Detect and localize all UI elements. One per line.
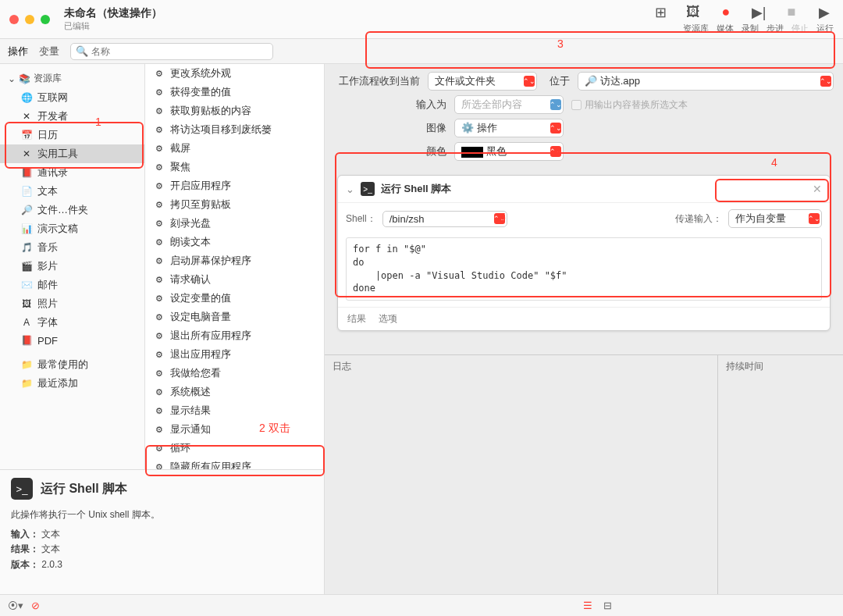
stop-icon[interactable]: ■ — [782, 4, 801, 21]
library-item[interactable]: 🌐互联网 — [0, 88, 144, 107]
action-label: 截屏 — [170, 141, 190, 155]
action-item[interactable]: ⚙显示结果 — [145, 401, 324, 420]
window-controls — [9, 15, 50, 24]
results-tab[interactable]: 结果 — [347, 312, 366, 326]
category-label: 实用工具 — [37, 147, 78, 161]
action-item[interactable]: ⚙开启应用程序 — [145, 176, 324, 195]
input-select[interactable]: 所选全部内容⌃⌄ — [454, 95, 564, 114]
close-button[interactable] — [9, 15, 19, 24]
action-item[interactable]: ⚙启动屏幕保护程序 — [145, 251, 324, 270]
receives-select[interactable]: 文件或文件夹⌃⌄ — [428, 72, 537, 91]
shell-select[interactable]: /bin/zsh⌃⌄ — [382, 211, 507, 227]
action-item[interactable]: ⚙刻录光盘 — [145, 214, 324, 233]
in-select[interactable]: 🔎 访达.app⌃⌄ — [578, 72, 834, 91]
chevron-down-icon: ⌄ — [346, 183, 354, 195]
stop-status-icon[interactable]: ⊘ — [31, 600, 40, 611]
action-item[interactable]: ⚙退出应用程序 — [145, 345, 324, 364]
pass-input-select[interactable]: 作为自变量⌃⌄ — [728, 209, 822, 228]
image-select[interactable]: ⚙️ 操作⌃⌄ — [454, 119, 564, 137]
action-item[interactable]: ⚙请求确认 — [145, 270, 324, 289]
action-label: 获得变量的值 — [170, 85, 231, 99]
library-item[interactable]: ✕开发者 — [0, 107, 144, 126]
media-icon[interactable]: 🖼 — [684, 4, 702, 21]
tab-variables[interactable]: 变量 — [39, 45, 59, 59]
library-header[interactable]: ⌄ 📚 资源库 — [0, 69, 144, 88]
zoom-button[interactable] — [41, 15, 50, 24]
action-item[interactable]: ⚙朗读文本 — [145, 233, 324, 251]
library-item[interactable]: ✕实用工具 — [0, 144, 144, 163]
library-item[interactable]: 📕PDF — [0, 332, 144, 349]
toolbar-right: ⊞ 🖼 ● ▶| ■ ▶ 资源库 媒体 录制 步进 停止 运行 — [651, 4, 834, 34]
category-icon: 🎵 — [20, 241, 33, 254]
replace-checkbox[interactable]: 用输出内容替换所选文本 — [571, 98, 688, 112]
list-view-icon[interactable]: ☰ — [583, 600, 592, 611]
action-icon: ⚙ — [153, 311, 165, 323]
library-item[interactable]: 📕通讯录 — [0, 163, 144, 182]
library-item[interactable]: 📁最近添加 — [0, 374, 144, 393]
action-icon: ⚙ — [153, 386, 165, 398]
action-item[interactable]: ⚙获得变量的值 — [145, 83, 324, 101]
library-item[interactable]: A字体 — [0, 313, 144, 332]
options-tab[interactable]: 选项 — [379, 312, 397, 326]
search-field[interactable]: 🔍 — [70, 43, 273, 60]
category-label: 音乐 — [37, 240, 58, 255]
step-icon[interactable]: ▶| — [749, 4, 768, 21]
action-item[interactable]: ⚙系统概述 — [145, 383, 324, 401]
library-label: 资源库 — [683, 23, 709, 34]
search-input[interactable] — [91, 46, 268, 57]
action-item[interactable]: ⚙退出所有应用程序 — [145, 326, 324, 345]
block-header[interactable]: ⌄ >_ 运行 Shell 脚本 ✕ — [338, 176, 830, 203]
flow-view-icon[interactable]: ⊟ — [603, 600, 612, 611]
library-item[interactable]: ✉️邮件 — [0, 276, 144, 294]
action-label: 更改系统外观 — [170, 66, 231, 80]
action-icon: ⚙ — [153, 123, 165, 136]
library-item[interactable]: 📊演示文稿 — [0, 219, 144, 238]
library-item[interactable]: 📁最常使用的 — [0, 355, 144, 374]
action-item[interactable]: ⚙更改系统外观 — [145, 64, 324, 83]
action-item[interactable]: ⚙拷贝至剪贴板 — [145, 195, 324, 214]
library-item[interactable]: 🎬影片 — [0, 257, 144, 276]
action-label: 设定电脑音量 — [170, 310, 231, 324]
folder-icon: 📁 — [20, 377, 33, 390]
action-item[interactable]: ⚙设定变量的值 — [145, 289, 324, 308]
action-item[interactable]: ⚙截屏 — [145, 139, 324, 158]
desc-body-text: 此操作将执行一个 Unix shell 脚本。 — [11, 507, 313, 522]
action-item[interactable]: ⚙我做给您看 — [145, 364, 324, 383]
run-icon[interactable]: ▶ — [815, 4, 834, 21]
block-title: 运行 Shell 脚本 — [381, 182, 451, 196]
action-icon: ⚙ — [153, 348, 165, 361]
library-item[interactable]: 🔎文件…件夹 — [0, 201, 144, 219]
color-select[interactable]: 黑色⌃⌄ — [454, 142, 564, 161]
color-label: 颜色 — [361, 144, 446, 158]
library-item[interactable]: 🖼照片 — [0, 294, 144, 313]
library-item[interactable]: 📅日历 — [0, 126, 144, 144]
action-icon: ⚙ — [153, 67, 165, 80]
category-icon: ✕ — [20, 148, 33, 160]
action-item[interactable]: ⚙设定电脑音量 — [145, 308, 324, 326]
action-item[interactable]: ⚙聚焦 — [145, 158, 324, 176]
action-item[interactable]: ⚙循环 — [145, 439, 324, 458]
action-icon: ⚙ — [153, 442, 165, 454]
action-label: 退出所有应用程序 — [170, 329, 251, 343]
category-label: 通讯录 — [37, 166, 68, 180]
action-item[interactable]: ⚙将访达项目移到废纸篓 — [145, 120, 324, 139]
block-footer: 结果 选项 — [338, 307, 830, 330]
back-icon[interactable]: ⦿▾ — [8, 600, 23, 611]
stop-label: 停止 — [791, 23, 809, 34]
close-block-button[interactable]: ✕ — [813, 183, 822, 195]
record-icon[interactable]: ● — [717, 4, 735, 21]
minimize-button[interactable] — [25, 15, 34, 24]
category-icon: 🌐 — [20, 91, 33, 104]
library-icon[interactable]: ⊞ — [651, 4, 670, 21]
action-item[interactable]: ⚙显示通知 — [145, 420, 324, 439]
category-label: PDF — [37, 335, 58, 347]
library-item[interactable]: 📄文本 — [0, 182, 144, 201]
library-item[interactable]: 🎵音乐 — [0, 238, 144, 257]
action-icon: ⚙ — [153, 161, 165, 173]
category-icon: ✕ — [20, 110, 33, 123]
script-textarea[interactable]: for f in "$@" do |open -a "Visual Studio… — [346, 237, 822, 301]
action-item[interactable]: ⚙获取剪贴板的内容 — [145, 101, 324, 120]
action-icon: ⚙ — [153, 273, 165, 286]
tab-actions[interactable]: 操作 — [8, 45, 28, 59]
category-icon: 📕 — [20, 166, 33, 179]
